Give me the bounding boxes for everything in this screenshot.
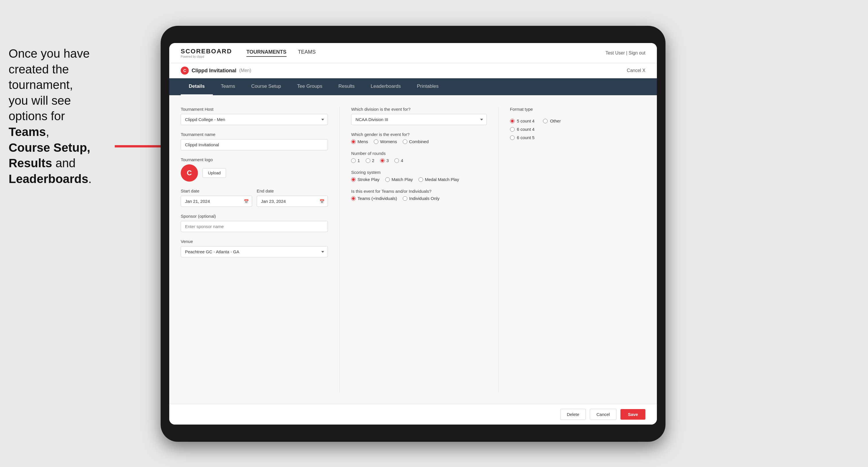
format-row-3: 6 count 5 (510, 135, 645, 140)
gender-combined-radio[interactable] (403, 139, 407, 144)
format-other[interactable]: Other (543, 119, 561, 123)
sponsor-input[interactable] (181, 221, 328, 232)
tab-details[interactable]: Details (181, 78, 213, 95)
gender-mens-radio[interactable] (351, 139, 356, 144)
format-6count4-radio[interactable] (510, 127, 515, 132)
end-date-label: End date (257, 188, 328, 193)
tournament-name-input[interactable] (181, 139, 328, 150)
venue-group: Venue Peachtree GC - Atlanta - GA (181, 239, 328, 257)
tournament-host-select[interactable]: Clippd College - Men (181, 114, 328, 125)
tabs-bar: Details Teams Course Setup Tee Groups Re… (169, 78, 657, 95)
user-info: Test User | Sign out (606, 51, 645, 56)
division-label: Which division is the event for? (351, 107, 487, 112)
upload-logo-button[interactable]: Upload (203, 168, 226, 178)
rounds-group: Number of rounds 1 2 3 (351, 151, 487, 163)
scoring-medal-match-play[interactable]: Medal Match Play (418, 177, 459, 182)
tournament-host-label: Tournament Host (181, 107, 328, 112)
save-button[interactable]: Save (620, 409, 645, 420)
division-group: Which division is the event for? NCAA Di… (351, 107, 487, 125)
rounds-4-radio[interactable] (395, 158, 399, 163)
teams-radio-group: Teams (+Individuals) Individuals Only (351, 196, 487, 201)
breadcrumb-content: C Clippd Invitational (Men) (181, 67, 251, 74)
format-5count4-radio[interactable] (510, 119, 515, 123)
individuals-only-radio[interactable] (403, 196, 407, 201)
nav-teams[interactable]: TEAMS (298, 49, 316, 57)
rounds-label: Number of rounds (351, 151, 487, 156)
format-5count4[interactable]: 5 count 4 (510, 119, 535, 123)
gender-label: Which gender is the event for? (351, 132, 487, 137)
format-row-2: 6 count 4 (510, 127, 645, 132)
tournament-logo-preview: C (181, 164, 198, 182)
end-date-group: End date 📅 (257, 188, 328, 207)
venue-label: Venue (181, 239, 328, 244)
rounds-1-radio[interactable] (351, 158, 356, 163)
breadcrumb-bar: C Clippd Invitational (Men) Cancel X (169, 63, 657, 78)
explanation-text: Once you have created the tournament, yo… (0, 40, 121, 192)
scoring-match-play[interactable]: Match Play (385, 177, 413, 182)
delete-button[interactable]: Delete (560, 409, 586, 420)
tournament-name-label: Tournament name (181, 132, 328, 137)
tab-leaderboards[interactable]: Leaderboards (363, 78, 409, 95)
format-options: 5 count 4 Other 6 count 4 (510, 119, 645, 140)
rounds-4[interactable]: 4 (395, 158, 403, 163)
teams-plus-radio[interactable] (351, 196, 356, 201)
footer-bar: Delete Cancel Save (169, 404, 657, 425)
rounds-3[interactable]: 3 (380, 158, 389, 163)
tournament-logo-label: Tournament logo (181, 157, 328, 162)
tablet-device: SCOREBOARD Powered by clippd TOURNAMENTS… (161, 26, 665, 442)
user-label[interactable]: Test User | Sign out (606, 51, 645, 55)
main-content: Tournament Host Clippd College - Men Tou… (169, 95, 657, 404)
gender-womens[interactable]: Womens (374, 139, 397, 144)
event-details-section: Which division is the event for? NCAA Di… (339, 107, 487, 393)
breadcrumb-cancel-button[interactable]: Cancel X (627, 68, 645, 73)
logo-subtitle: Powered by clippd (181, 55, 232, 58)
app-logo: SCOREBOARD Powered by clippd (181, 48, 232, 58)
scoring-stroke-radio[interactable] (351, 177, 356, 182)
teams-label: Is this event for Teams and/or Individua… (351, 189, 487, 194)
tab-course-setup[interactable]: Course Setup (243, 78, 289, 95)
scoring-radio-group: Stroke Play Match Play Medal Match Play (351, 177, 487, 182)
format-6count4[interactable]: 6 count 4 (510, 127, 535, 132)
start-date-input[interactable] (181, 196, 252, 207)
nav-links: TOURNAMENTS TEAMS (246, 49, 316, 57)
tab-teams[interactable]: Teams (213, 78, 243, 95)
scoring-label: Scoring system (351, 170, 487, 175)
division-select[interactable]: NCAA Division III (351, 114, 487, 125)
format-other-radio[interactable] (543, 119, 548, 123)
teams-plus-individuals[interactable]: Teams (+Individuals) (351, 196, 397, 201)
scoring-stroke-play[interactable]: Stroke Play (351, 177, 379, 182)
nav-tournaments[interactable]: TOURNAMENTS (246, 49, 286, 57)
gender-mens[interactable]: Mens (351, 139, 368, 144)
logo-upload-area: C Upload (181, 164, 328, 182)
gender-combined[interactable]: Combined (403, 139, 429, 144)
rounds-3-radio[interactable] (380, 158, 385, 163)
gender-group: Which gender is the event for? Mens Wome… (351, 132, 487, 144)
gender-womens-radio[interactable] (374, 139, 378, 144)
tournament-logo-group: Tournament logo C Upload (181, 157, 328, 182)
end-date-wrap: 📅 (257, 196, 328, 207)
scoring-match-radio[interactable] (385, 177, 390, 182)
teams-group: Is this event for Teams and/or Individua… (351, 189, 487, 201)
cancel-button[interactable]: Cancel (590, 409, 616, 420)
top-navigation: SCOREBOARD Powered by clippd TOURNAMENTS… (169, 43, 657, 63)
format-section: Format type 5 count 4 Other (498, 107, 645, 393)
tab-tee-groups[interactable]: Tee Groups (289, 78, 331, 95)
rounds-radio-group: 1 2 3 4 (351, 158, 487, 163)
rounds-2-radio[interactable] (366, 158, 370, 163)
scoring-medal-radio[interactable] (418, 177, 423, 182)
rounds-2[interactable]: 2 (366, 158, 374, 163)
tab-results[interactable]: Results (331, 78, 363, 95)
format-type-label: Format type (510, 107, 645, 112)
format-6count5[interactable]: 6 count 5 (510, 135, 535, 140)
format-6count5-radio[interactable] (510, 135, 515, 140)
gender-radio-group: Mens Womens Combined (351, 139, 487, 144)
rounds-1[interactable]: 1 (351, 158, 360, 163)
start-date-wrap: 📅 (181, 196, 252, 207)
venue-select[interactable]: Peachtree GC - Atlanta - GA (181, 246, 328, 257)
calendar-icon: 📅 (244, 199, 249, 204)
tab-printables[interactable]: Printables (409, 78, 446, 95)
end-date-input[interactable] (257, 196, 328, 207)
individuals-only[interactable]: Individuals Only (403, 196, 439, 201)
scoring-group: Scoring system Stroke Play Match Play (351, 170, 487, 182)
sponsor-group: Sponsor (optional) (181, 214, 328, 232)
